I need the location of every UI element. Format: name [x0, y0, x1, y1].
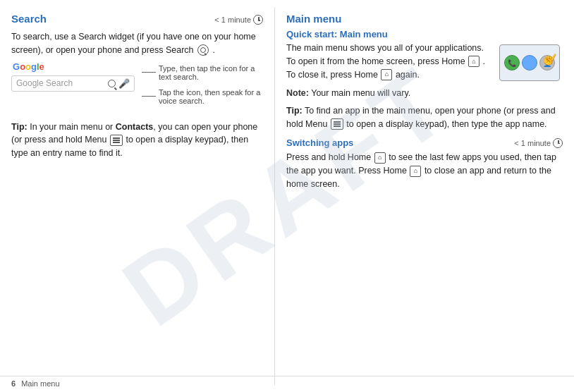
search-widget-area: Google Google Search 🎤 Typ: [11, 61, 263, 115]
left-column: Search < 1 minute To search, use a Searc…: [0, 7, 275, 385]
phone-screen: 📞 👤 ☝: [499, 44, 560, 81]
right-tip: Tip: To find an app in the main menu, op…: [286, 104, 563, 131]
right-column: Main menu Quick start: Main menu 📞 👤: [275, 7, 574, 385]
annotation-2: Tap the icon, then speak for a voice sea…: [142, 88, 263, 105]
circle-icon: [522, 55, 537, 71]
left-heading: Search: [11, 13, 47, 25]
search-placeholder: Google Search: [16, 78, 108, 88]
menu-icon-tip2: [331, 118, 343, 130]
right-heading: Main menu: [286, 13, 563, 25]
quick-start-heading: Quick start: Main menu: [286, 29, 563, 39]
switching-body: Press and hold Home ⌂ to see the last fe…: [286, 151, 563, 190]
annotation-1: Type, then tap the icon for a text searc…: [142, 64, 263, 81]
annotation-dash-1: [142, 72, 156, 73]
switching-apps-heading: Switching apps: [286, 137, 353, 148]
home-icon-3: ⌂: [374, 152, 386, 164]
switching-header: Switching apps < 1 minute: [286, 137, 563, 148]
home-icon-1: ⌂: [468, 56, 480, 67]
home-icon-2: ⌂: [381, 69, 392, 80]
annotation-lines: Type, then tap the icon for a text searc…: [142, 61, 263, 115]
left-tip: Tip: In your main menu or Contacts, you …: [11, 121, 263, 160]
google-top-logo: Google: [13, 61, 135, 72]
right-timer: < 1 minute: [514, 138, 563, 148]
page-number: 6: [11, 379, 16, 388]
left-timer: < 1 minute: [214, 15, 263, 25]
timer-icon-2: [553, 138, 563, 148]
timer-icon: [253, 15, 263, 25]
page-footer: 6 Main menu: [0, 376, 574, 388]
search-key-icon: [197, 44, 209, 56]
footer-label: Main menu: [21, 379, 59, 388]
search-magnifier-icon: [108, 80, 116, 87]
note-text: Note: Your main menu will vary.: [286, 87, 563, 100]
phone-image-area: 📞 👤 ☝: [499, 44, 563, 87]
search-icon-group: 🎤: [108, 78, 130, 89]
main-menu-content: 📞 👤 ☝ The main menu shows you all of you…: [286, 42, 563, 87]
left-intro: To search, use a Search widget (if you h…: [11, 30, 263, 57]
search-input-widget[interactable]: Google Search 🎤: [11, 75, 135, 92]
annotation-dash-2: [142, 96, 156, 97]
home-icon-4: ⌂: [410, 166, 421, 177]
mic-icon: 🎤: [118, 78, 130, 89]
menu-icon-tip: [110, 135, 123, 146]
phone-icon: 📞: [504, 55, 520, 71]
